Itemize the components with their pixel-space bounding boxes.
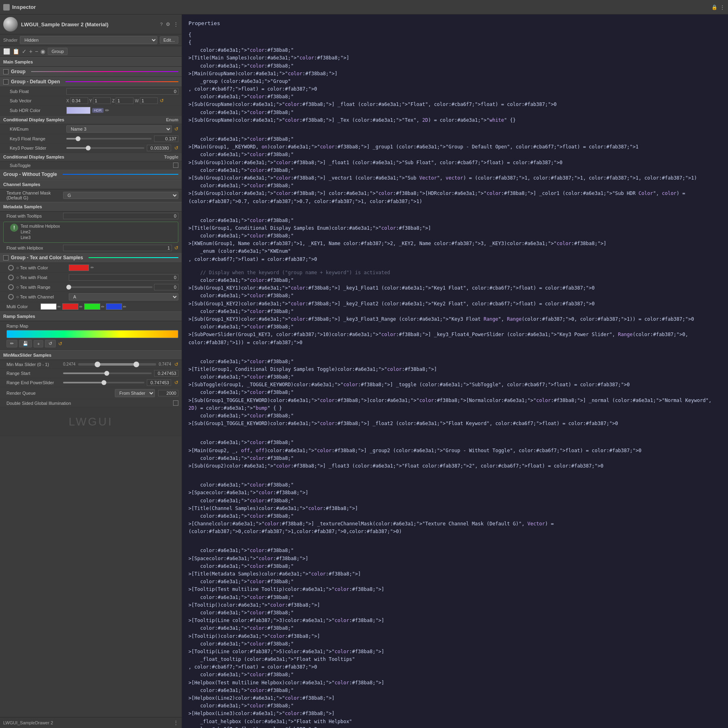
tex-range-track[interactable]	[69, 286, 152, 288]
range-end-reset[interactable]: ↺	[174, 380, 178, 385]
range-end-fill	[63, 382, 104, 383]
sub-float-input[interactable]: 0	[66, 88, 178, 95]
sub-vector-w-input[interactable]	[140, 97, 158, 104]
multi-color-row: Multi Color ✏ ✏ ✏ ✏	[0, 302, 182, 311]
hdr-color-swatch[interactable]	[66, 107, 91, 114]
multi-color-green-eyedrop[interactable]: ✏	[101, 305, 104, 309]
tex-float-row: ○ Tex with Float	[0, 273, 182, 282]
tex-color-swatch[interactable]	[69, 265, 89, 271]
group-color-bar	[31, 71, 178, 72]
key3-float-input[interactable]	[154, 135, 178, 142]
kwenum-reset[interactable]: ↺	[174, 126, 178, 132]
multi-color-green[interactable]	[84, 303, 100, 310]
sub-vector-reset[interactable]: ↺	[160, 98, 164, 104]
tex-channel-mask-row: ○ Tex with Channel A	[0, 292, 182, 302]
sub-vector-y-input[interactable]	[93, 97, 111, 104]
double-sided-gi-checkbox[interactable]	[173, 400, 178, 406]
group-tex-color-row[interactable]: Group - Tex and Color Samples	[0, 253, 182, 263]
toolbar-icon-6[interactable]: ◉	[40, 48, 45, 55]
ramp-add-btn[interactable]: +	[34, 340, 43, 347]
key3-power-thumb[interactable]	[86, 146, 91, 150]
key3-float-track[interactable]	[66, 138, 152, 140]
code-brace-open: {	[188, 31, 722, 39]
tex-channel-mask-dropdown[interactable]: A	[69, 293, 178, 301]
ramp-refresh-btn[interactable]: ↺	[45, 340, 56, 347]
range-end-track[interactable]	[63, 382, 144, 383]
ramp-reset[interactable]: ↺	[58, 341, 62, 347]
inspector-content[interactable]: Main Samples Group Group - Default Open …	[0, 57, 182, 717]
sub-vector-x-input[interactable]	[70, 97, 88, 104]
edit-button[interactable]: Edit...	[160, 36, 178, 44]
key3-power-track[interactable]	[66, 147, 144, 149]
key3-power-input[interactable]	[147, 145, 171, 151]
inspector-bottom-bar: LWGUI_SampleDrawer 2 ⋮	[0, 717, 182, 728]
range-end-thumb[interactable]	[102, 380, 106, 385]
key3-float-thumb[interactable]	[76, 136, 80, 141]
float-helpbox-reset[interactable]: ↺	[174, 245, 178, 251]
minmax-track[interactable]	[78, 363, 157, 366]
shader-row: Shader Hidden Edit...	[0, 34, 182, 46]
multi-color-white-eyedrop[interactable]: ✏	[57, 305, 61, 309]
toolbar-icon-4[interactable]: +	[29, 48, 32, 55]
range-end-input[interactable]	[147, 379, 171, 386]
lock-icon[interactable]: 🔒	[711, 4, 717, 10]
toolbar-icon-3[interactable]: ✓	[22, 48, 27, 55]
menu-icon[interactable]: ⋮	[720, 4, 725, 10]
float-helpbox-input[interactable]	[63, 245, 172, 251]
helpbox-text: Test multiline Helpbox Line2 Line3	[21, 224, 60, 241]
ramp-map-row: Ramp Map ✏ 💾 + ↺ ↺	[0, 321, 182, 350]
sub-vector-z-input[interactable]	[116, 97, 133, 104]
toolbar-icon-2[interactable]: 📋	[13, 48, 19, 55]
ramp-edit-btn[interactable]: ✏	[6, 340, 17, 347]
range-start-thumb[interactable]	[104, 371, 109, 376]
group-tex-color-bar	[89, 257, 178, 258]
range-end-label: Range End PowerSlider	[6, 380, 63, 385]
key3-power-reset[interactable]: ↺	[174, 145, 178, 151]
ramp-save-btn[interactable]: 💾	[19, 340, 32, 347]
group-default-open-row[interactable]: Group - Default Open	[0, 77, 182, 87]
key3-float-slider	[66, 135, 178, 142]
help-icon[interactable]: ?	[160, 22, 163, 27]
tex-range-input[interactable]	[154, 284, 178, 290]
render-queue-dropdown[interactable]: From Shader	[115, 389, 155, 397]
float-tooltips-label: Float with Tooltips	[6, 214, 63, 218]
tex-color-value: ✏	[69, 265, 178, 271]
multi-color-red[interactable]	[62, 303, 78, 310]
group-tex-color-label: Group - Tex and Color Samples	[11, 255, 83, 260]
group-default-open-checkbox[interactable]	[3, 79, 8, 85]
minmax-samples-title: MinMaxSlider Samples	[3, 353, 51, 358]
group-tex-color-checkbox[interactable]	[3, 255, 8, 260]
sub-hdr-label: Sub HDR Color	[10, 108, 66, 113]
bottom-more-icon[interactable]: ⋮	[174, 720, 178, 726]
shader-dropdown[interactable]: Hidden	[20, 36, 157, 44]
more-icon[interactable]: ⋮	[174, 21, 178, 27]
float-tooltips-input[interactable]	[63, 213, 178, 219]
tex-channel-dropdown[interactable]: G	[63, 192, 178, 199]
minmax-left-thumb[interactable]	[95, 362, 100, 367]
toolbar-icon-5[interactable]: −	[35, 48, 38, 55]
group-row[interactable]: Group	[0, 67, 182, 77]
group-checkbox[interactable]	[3, 69, 8, 74]
tex-range-thumb[interactable]	[66, 285, 71, 290]
minmax-right-thumb[interactable]	[133, 362, 139, 367]
toolbar-icon-1[interactable]: ⬜	[3, 48, 10, 55]
kwenum-dropdown[interactable]: Name 3	[66, 125, 172, 133]
multi-color-white[interactable]	[40, 303, 57, 310]
tex-channel-value: G	[63, 192, 178, 199]
range-start-slider	[63, 370, 178, 377]
multi-color-red-eyedrop[interactable]: ✏	[79, 305, 83, 309]
group-without-toggle-row[interactable]: Group - Without Toggle	[0, 169, 182, 180]
tex-color-eyedrop[interactable]: ✏	[91, 265, 94, 270]
tex-float-input[interactable]	[69, 274, 178, 281]
multi-color-blue-eyedrop[interactable]: ✏	[123, 305, 126, 309]
range-start-input[interactable]	[154, 370, 178, 377]
minmax-reset[interactable]: ↺	[174, 362, 178, 367]
hdr-eyedropper[interactable]: ✏	[105, 108, 109, 113]
subtoggle-checkbox[interactable]	[173, 163, 178, 168]
range-start-track[interactable]	[63, 372, 152, 374]
render-queue-input[interactable]	[158, 390, 178, 396]
settings-icon[interactable]: ⚙	[166, 21, 170, 27]
conditional-enum-header: Conditional Display Samples Enum	[0, 116, 182, 124]
multi-color-blue[interactable]	[106, 303, 122, 310]
key3-power-fill	[66, 147, 88, 149]
